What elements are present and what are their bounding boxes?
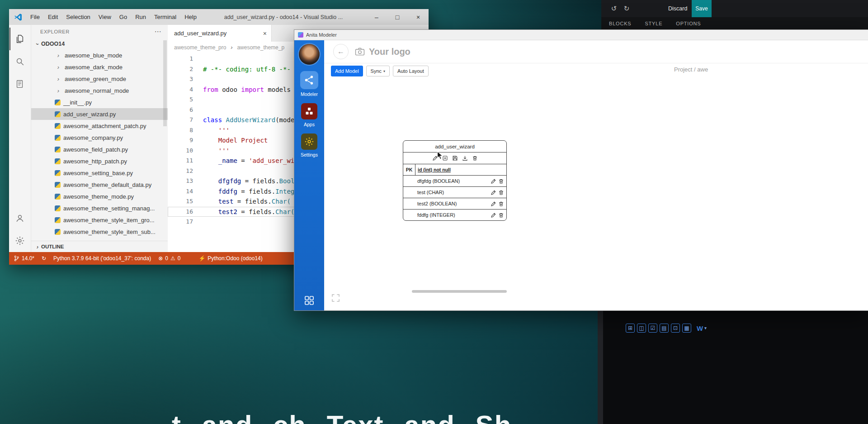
explorer-panel: EXPLORER ⋯ › ODOO14 ›awesome_blue_mode›a… [31,25,168,252]
redo-icon[interactable]: ↻ [620,5,633,13]
discard-button[interactable]: Discard [668,5,687,12]
odoo-env-item[interactable]: ⚡ Python:Odoo (odoo14) [198,255,262,262]
sidebar-item-modeler[interactable]: Modeler [300,71,318,97]
folder-awesome-normal-mode[interactable]: ›awesome_normal_mode [31,85,168,96]
file-awesome-theme-style-item-gro[interactable]: awesome_theme_style_item_gro... [31,214,168,226]
field-label: fddfg (INTEGER) [417,212,455,218]
sidebar-item-label: Apps [304,122,315,127]
explorer-icon[interactable] [9,28,31,50]
search-icon[interactable] [9,50,31,73]
file-label: awesome_theme_style_item_gro... [63,217,155,224]
more-actions-icon[interactable]: ⋯ [154,28,161,36]
back-button[interactable]: ← [333,44,349,59]
problems-item[interactable]: ⊗ 0 ⚠ 0 [158,255,180,262]
auto-layout-button[interactable]: Auto Layout [393,66,429,76]
edit-field-icon[interactable] [491,212,496,218]
maximize-button[interactable]: □ [387,9,408,25]
save-icon[interactable] [452,155,458,161]
menu-view[interactable]: View [94,14,115,20]
file-awesome-theme-default-data-py[interactable]: awesome_theme_default_data.py [31,179,168,191]
odoo-editor-panel: ↺ ↻ Discard Save BLOCKSSTYLEOPTIONS [601,0,868,29]
file-awesome-theme-style-item-sub[interactable]: awesome_theme_style_item_sub... [31,226,168,238]
checklist-icon[interactable]: ☑ [648,324,657,333]
columns-icon[interactable]: ◫ [637,324,646,333]
sync-icon[interactable]: ↻ [42,255,46,262]
menu-edit[interactable]: Edit [44,14,62,20]
menu-selection[interactable]: Selection [62,14,94,20]
table-icon[interactable]: ⊞ [626,324,635,333]
python-icon [55,182,61,188]
folder-awesome-blue-mode[interactable]: ›awesome_blue_mode [31,49,168,61]
outline-section[interactable]: › OUTLINE [31,241,168,252]
menu-go[interactable]: Go [115,14,131,20]
tab-close-icon[interactable]: × [263,30,267,37]
menu-terminal[interactable]: Terminal [150,14,180,20]
entity-add-user-wizard[interactable]: add_user_wizard PK id (int) not null dfg… [403,140,507,221]
file-awesome-company-py[interactable]: awesome_company.py [31,132,168,143]
field-label: test2 (BOOLEAN) [417,201,457,206]
sidebar-item-settings[interactable]: Settings [301,133,318,157]
file-awesome-theme-setting-manag[interactable]: awesome_theme_setting_manag... [31,202,168,214]
python-icon [55,158,61,164]
browser-scrollbar[interactable] [598,310,603,424]
line-number: 10 [168,146,200,156]
delete-field-icon[interactable] [498,190,504,195]
file-label: awesome_dark_mode [65,64,123,71]
minimize-button[interactable]: – [366,9,387,25]
workspace-root[interactable]: › ODOO14 [31,38,168,49]
delete-field-icon[interactable] [498,201,504,207]
file-awesome-http-patch-py[interactable]: awesome_http_patch.py [31,155,168,167]
pages-icon[interactable] [9,73,31,95]
file-awesome-setting-base-py[interactable]: awesome_setting_base.py [31,167,168,179]
tab-style[interactable]: STYLE [645,21,662,26]
python-icon [55,147,61,152]
delete-field-icon[interactable] [498,212,504,218]
tab-add-user-wizard[interactable]: add_user_wizard.py × [168,25,272,42]
edit-field-icon[interactable] [491,201,496,207]
breadcrumb-item[interactable]: awesome_theme_pro [174,44,226,51]
menu-run[interactable]: Run [131,14,150,20]
file-awesome-field-patch-py[interactable]: awesome_field_patch.py [31,143,168,155]
menu-help[interactable]: Help [180,14,201,20]
save-button[interactable]: Save [692,0,712,17]
sidebar-item-apps[interactable]: Apps [301,103,317,127]
anita-titlebar[interactable]: Anita Modeler [294,30,868,40]
sidebar-scrollbar[interactable] [163,40,167,126]
close-button[interactable]: × [408,9,429,25]
edit-field-icon[interactable] [491,190,496,195]
menu-file[interactable]: File [26,14,44,20]
apps-grid-icon[interactable] [304,295,315,306]
chevron-right-icon: › [55,52,62,59]
folder-awesome-dark-mode[interactable]: ›awesome_dark_mode [31,61,168,73]
edit-field-icon[interactable] [491,178,496,184]
chevron-right-icon: › [55,76,62,82]
delete-field-icon[interactable] [498,178,504,184]
user-avatar[interactable] [299,44,320,65]
canvas-hscrollbar[interactable] [412,290,507,293]
file-awesome-theme-mode-py[interactable]: awesome_theme_mode.py [31,191,168,202]
project-breadcrumb[interactable]: Project / awe [674,66,708,73]
file-init-py[interactable]: __init__.py [31,96,168,108]
export-icon[interactable] [462,155,468,161]
logo-placeholder[interactable]: Your logo [355,47,410,57]
delete-icon[interactable] [472,155,478,161]
add-model-button[interactable]: Add Model [331,66,363,76]
line-number: 2 [168,64,200,75]
grid-icon[interactable]: ▦ [682,324,691,333]
breadcrumb-item[interactable]: awesome_theme_p [237,44,284,51]
python-interpreter-item[interactable]: Python 3.7.9 64-bit ('odoo14_37': conda) [53,255,151,262]
list-icon[interactable]: ▤ [660,324,669,333]
tab-options[interactable]: OPTIONS [676,21,701,26]
fullscreen-icon[interactable] [331,294,340,302]
git-branch-item[interactable]: 14.0* [14,255,34,262]
tab-blocks[interactable]: BLOCKS [609,21,631,26]
insert-icon[interactable]: ⊡ [671,324,680,333]
undo-icon[interactable]: ↺ [608,5,620,13]
file-awesome-attachment-patch-py[interactable]: awesome_attachment_patch.py [31,120,168,132]
settings-gear-icon[interactable] [9,229,31,252]
folder-awesome-green-mode[interactable]: ›awesome_green_mode [31,73,168,85]
file-add-user-wizard-py[interactable]: add_user_wizard.py [31,108,168,120]
w-dropdown[interactable]: W▾ [697,324,707,332]
sync-button[interactable]: Sync▾ [366,66,390,76]
account-icon[interactable] [9,207,31,229]
